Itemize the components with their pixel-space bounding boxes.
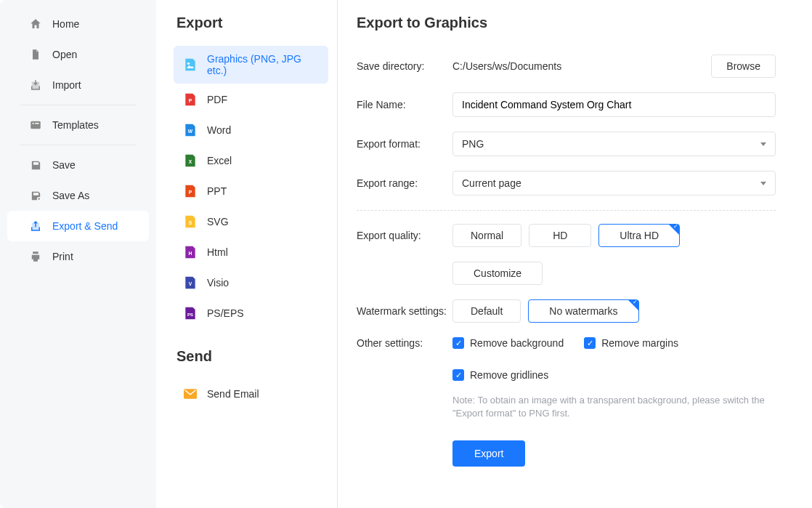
svg-text:W: W: [188, 129, 193, 134]
export-item-label: PS/EPS: [207, 307, 244, 319]
export-item-label: PPT: [207, 185, 227, 197]
watermark-default-button[interactable]: Default: [452, 299, 521, 323]
export-item-graphics[interactable]: Graphics (PNG, JPG etc.): [174, 46, 328, 84]
ppt-file-icon: P: [184, 184, 197, 198]
export-item-word[interactable]: W Word: [174, 116, 328, 145]
watermark-none-label: No watermarks: [549, 305, 617, 317]
word-file-icon: W: [184, 123, 197, 137]
svg-text:S: S: [189, 220, 192, 225]
divider: [357, 210, 776, 211]
templates-icon: [29, 118, 42, 132]
export-icon: [29, 219, 42, 233]
filename-input[interactable]: [452, 92, 776, 117]
chevron-down-icon: [760, 182, 766, 185]
quality-hd-button[interactable]: HD: [529, 224, 591, 247]
sidebar-item-save-as[interactable]: Save As: [0, 180, 156, 211]
svg-point-6: [187, 63, 190, 65]
export-item-label: PDF: [207, 94, 227, 105]
svg-file-icon: S: [184, 214, 197, 229]
svg-rect-0: [34, 54, 37, 55]
browse-button[interactable]: Browse: [711, 55, 776, 78]
export-item-label: Word: [207, 124, 231, 136]
range-select[interactable]: Current page: [452, 171, 776, 195]
checkbox-remove-bg[interactable]: ✓ Remove background: [452, 337, 564, 349]
sidebar-item-label: Save: [52, 159, 76, 171]
pdf-file-icon: P: [184, 92, 197, 107]
email-icon: [184, 387, 197, 401]
visio-file-icon: V: [184, 275, 197, 290]
export-item-label: Graphics (PNG, JPG etc.): [207, 53, 318, 76]
export-button[interactable]: Export: [452, 440, 525, 467]
export-item-html[interactable]: H Html: [174, 238, 328, 267]
sidebar-item-open[interactable]: Open: [0, 39, 156, 70]
quality-label: Export quality:: [357, 230, 452, 241]
send-section-title: Send: [176, 348, 328, 365]
export-item-label: Html: [207, 246, 228, 258]
sidebar-item-save[interactable]: Save: [0, 150, 156, 180]
export-item-visio[interactable]: V Visio: [174, 268, 328, 297]
watermark-label: Watermark settings:: [357, 305, 452, 317]
checkbox-remove-margins[interactable]: ✓ Remove margins: [584, 337, 678, 349]
filename-label: File Name:: [357, 99, 452, 110]
quality-normal-button[interactable]: Normal: [452, 224, 521, 247]
sidebar: Home Open Import Templates Save Save As: [0, 0, 156, 508]
home-icon: [29, 17, 42, 31]
svg-text:V: V: [189, 281, 192, 286]
import-icon: [29, 78, 42, 92]
checkbox-icon: ✓: [452, 369, 464, 381]
svg-rect-1: [34, 55, 37, 56]
divider: [20, 145, 136, 145]
quality-ultrahd-label: Ultra HD: [620, 230, 659, 241]
export-item-label: SVG: [207, 216, 229, 227]
export-item-pdf[interactable]: P PDF: [174, 85, 328, 114]
main-panel: Export to Graphics Save directory: C:/Us…: [338, 0, 812, 508]
save-dir-value: C:/Users/ws/Documents: [452, 60, 704, 72]
svg-rect-2: [31, 121, 41, 129]
sidebar-item-home[interactable]: Home: [0, 9, 156, 39]
checkbox-label: Remove margins: [601, 337, 678, 349]
send-item-email[interactable]: Send Email: [174, 379, 328, 408]
svg-rect-3: [33, 123, 34, 124]
sidebar-item-label: Print: [52, 251, 73, 262]
excel-file-icon: X: [184, 153, 197, 168]
export-item-svg[interactable]: S SVG: [174, 207, 328, 236]
sidebar-item-label: Home: [52, 18, 79, 30]
svg-text:P: P: [189, 98, 192, 103]
format-label: Export format:: [357, 138, 452, 150]
chevron-down-icon: [760, 142, 766, 146]
check-icon: ✓: [633, 299, 638, 305]
sidebar-item-label: Templates: [52, 119, 99, 131]
export-item-label: Visio: [207, 277, 229, 289]
other-label: Other settings:: [357, 337, 452, 349]
sidebar-item-print[interactable]: Print: [0, 241, 156, 272]
svg-text:H: H: [189, 251, 192, 256]
page-title: Export to Graphics: [357, 15, 776, 31]
range-label: Export range:: [357, 177, 452, 189]
quality-ultrahd-button[interactable]: Ultra HD ✓: [598, 224, 680, 247]
export-section-title: Export: [176, 15, 328, 31]
svg-rect-4: [35, 123, 38, 124]
document-icon: [29, 48, 42, 61]
format-select[interactable]: PNG: [452, 132, 776, 156]
sidebar-item-label: Import: [52, 79, 81, 91]
sidebar-item-export-send[interactable]: Export & Send: [7, 211, 149, 241]
export-item-ppt[interactable]: P PPT: [174, 177, 328, 206]
check-icon: ✓: [673, 224, 678, 230]
export-item-excel[interactable]: X Excel: [174, 146, 328, 175]
export-item-label: Excel: [207, 155, 232, 166]
save-dir-label: Save directory:: [357, 60, 452, 72]
range-value: Current page: [462, 177, 521, 189]
customize-button[interactable]: Customize: [452, 262, 543, 285]
export-item-ps-eps[interactable]: PS PS/EPS: [174, 299, 328, 328]
export-panel: Export Graphics (PNG, JPG etc.) P PDF W …: [156, 0, 338, 508]
checkbox-icon: ✓: [452, 337, 464, 349]
checkbox-label: Remove gridlines: [470, 369, 548, 381]
sidebar-item-templates[interactable]: Templates: [0, 110, 156, 140]
checkbox-icon: ✓: [584, 337, 596, 349]
checkbox-remove-gridlines[interactable]: ✓ Remove gridlines: [452, 369, 548, 381]
send-item-label: Send Email: [207, 388, 259, 400]
sidebar-item-import[interactable]: Import: [0, 70, 156, 100]
watermark-none-button[interactable]: No watermarks ✓: [528, 299, 638, 323]
svg-text:PS: PS: [187, 313, 193, 317]
note-text: Note: To obtain an image with a transpar…: [452, 394, 776, 420]
